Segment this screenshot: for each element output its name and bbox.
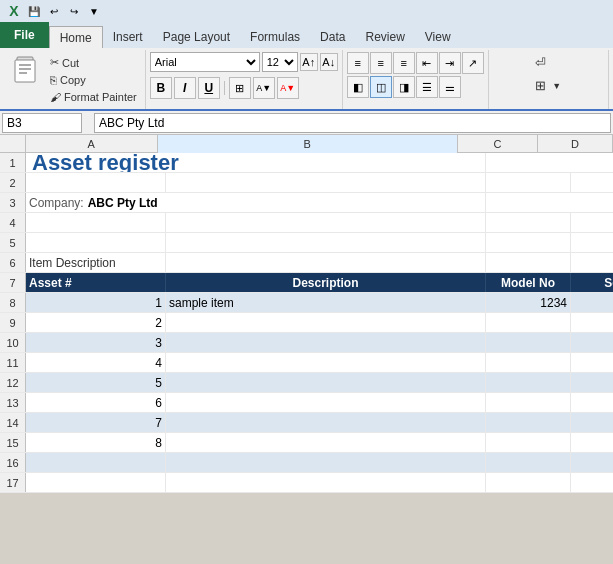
cell[interactable]: [166, 353, 486, 372]
cell[interactable]: [486, 313, 571, 332]
col-header-a[interactable]: A: [26, 135, 158, 153]
tab-file[interactable]: File: [0, 22, 49, 48]
align-center-button[interactable]: ◫: [370, 76, 392, 98]
cell[interactable]: 3: [26, 333, 166, 352]
cell[interactable]: [571, 433, 613, 452]
cell[interactable]: [571, 233, 613, 252]
cell[interactable]: [166, 253, 486, 272]
tab-home[interactable]: Home: [49, 26, 103, 48]
cell[interactable]: [486, 173, 571, 192]
cell[interactable]: [486, 453, 571, 472]
cell[interactable]: [486, 253, 571, 272]
font-decrease-button[interactable]: A↓: [320, 53, 338, 71]
indent-decrease-button[interactable]: ⇤: [416, 52, 438, 74]
tab-page-layout[interactable]: Page Layout: [153, 26, 240, 48]
italic-button[interactable]: I: [174, 77, 196, 99]
cell[interactable]: 324: [571, 293, 613, 312]
tab-review[interactable]: Review: [355, 26, 414, 48]
undo-button[interactable]: ↩: [46, 3, 62, 19]
cell[interactable]: 7: [26, 413, 166, 432]
underline-button[interactable]: U: [198, 77, 220, 99]
cell[interactable]: [26, 213, 166, 232]
format-painter-button[interactable]: 🖌 Format Painter: [46, 89, 141, 105]
cell[interactable]: [486, 413, 571, 432]
cell[interactable]: 5: [26, 373, 166, 392]
cell[interactable]: [486, 373, 571, 392]
align-extra-button[interactable]: ⚌: [439, 76, 461, 98]
tab-insert[interactable]: Insert: [103, 26, 153, 48]
cell[interactable]: [166, 213, 486, 232]
border-button[interactable]: ⊞: [229, 77, 251, 99]
cell[interactable]: [166, 313, 486, 332]
cell[interactable]: Item Description: [26, 253, 166, 272]
redo-button[interactable]: ↪: [66, 3, 82, 19]
cell-reference-input[interactable]: [2, 113, 82, 133]
cell[interactable]: [166, 173, 486, 192]
close-button[interactable]: [591, 3, 607, 19]
col-header-b[interactable]: B: [158, 135, 458, 153]
tab-data[interactable]: Data: [310, 26, 355, 48]
align-top-left-button[interactable]: ≡: [347, 52, 369, 74]
cell[interactable]: [571, 373, 613, 392]
merge-center-dropdown-icon[interactable]: ▼: [552, 81, 561, 91]
fill-color-button[interactable]: A▼: [253, 77, 275, 99]
cell[interactable]: sample item: [166, 293, 486, 312]
align-justify-button[interactable]: ☰: [416, 76, 438, 98]
cell[interactable]: [571, 393, 613, 412]
save-button[interactable]: 💾: [26, 3, 42, 19]
cell[interactable]: [571, 333, 613, 352]
cell[interactable]: Asset #: [26, 273, 166, 292]
minimize-button[interactable]: [551, 3, 567, 19]
cell[interactable]: 2: [26, 313, 166, 332]
cell[interactable]: [486, 333, 571, 352]
col-header-c[interactable]: C: [458, 135, 538, 153]
cell[interactable]: 4: [26, 353, 166, 372]
tab-formulas[interactable]: Formulas: [240, 26, 310, 48]
cell[interactable]: [571, 353, 613, 372]
font-size-select[interactable]: 12: [262, 52, 298, 72]
formula-input[interactable]: [94, 113, 611, 133]
cell[interactable]: [571, 413, 613, 432]
cell[interactable]: [571, 173, 613, 192]
cell[interactable]: Company:ABC Pty Ltd: [26, 193, 486, 212]
cell[interactable]: [571, 253, 613, 272]
align-right-button[interactable]: ◨: [393, 76, 415, 98]
cell[interactable]: [486, 213, 571, 232]
paste-button[interactable]: [6, 52, 44, 90]
wrap-text-button[interactable]: ⏎: [530, 52, 554, 73]
maximize-button[interactable]: [571, 3, 587, 19]
copy-button[interactable]: ⎘ Copy: [46, 72, 141, 88]
cell[interactable]: 8: [26, 433, 166, 452]
cut-button[interactable]: ✂ Cut: [46, 54, 141, 71]
cell[interactable]: [571, 453, 613, 472]
cell[interactable]: [26, 473, 166, 492]
font-name-select[interactable]: Arial: [150, 52, 260, 72]
col-header-d[interactable]: D: [538, 135, 613, 153]
cell[interactable]: [486, 393, 571, 412]
cell[interactable]: [166, 393, 486, 412]
cell[interactable]: [486, 473, 571, 492]
cell[interactable]: [166, 473, 486, 492]
text-orient-button[interactable]: ↗: [462, 52, 484, 74]
cell[interactable]: [571, 213, 613, 232]
font-increase-button[interactable]: A↑: [300, 53, 318, 71]
cell[interactable]: [486, 233, 571, 252]
indent-increase-button[interactable]: ⇥: [439, 52, 461, 74]
tab-view[interactable]: View: [415, 26, 461, 48]
cell[interactable]: 1234: [486, 293, 571, 312]
font-color-button[interactable]: A▼: [277, 77, 299, 99]
cell[interactable]: Asset register: [26, 153, 486, 172]
cell[interactable]: [166, 413, 486, 432]
cell[interactable]: [166, 333, 486, 352]
cell[interactable]: [571, 473, 613, 492]
cell[interactable]: Serial #: [571, 273, 613, 292]
cell[interactable]: [166, 453, 486, 472]
cell[interactable]: [26, 453, 166, 472]
cell[interactable]: 1: [26, 293, 166, 312]
merge-center-button[interactable]: ⊞ ▼: [530, 75, 566, 96]
align-left-button[interactable]: ◧: [347, 76, 369, 98]
cell[interactable]: [486, 433, 571, 452]
customize-quick-access-button[interactable]: ▼: [86, 3, 102, 19]
cell[interactable]: [166, 433, 486, 452]
cell[interactable]: 6: [26, 393, 166, 412]
